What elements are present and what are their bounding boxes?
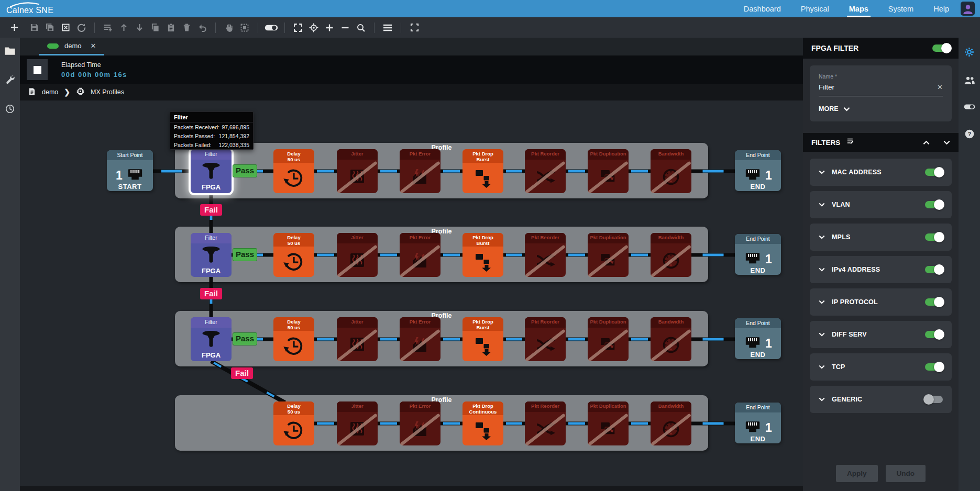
tab-close-icon[interactable]: ✕ [91, 42, 96, 50]
pkt-error-node[interactable]: Pkt Error [400, 233, 441, 277]
filter-item-toggle[interactable] [925, 363, 943, 371]
tools-wrench-icon[interactable] [5, 74, 15, 87]
bandwidth-node[interactable]: Bandwidth [651, 233, 691, 277]
save-as-icon[interactable] [42, 20, 58, 35]
pkt-reorder-node[interactable]: Pkt Reorder [525, 401, 566, 445]
name-input[interactable]: Filter [819, 83, 937, 91]
link-toggle-icon[interactable] [263, 20, 279, 35]
nav-maps[interactable]: Maps [849, 0, 868, 17]
clear-name-icon[interactable]: ✕ [937, 83, 943, 91]
move-up-icon[interactable] [116, 20, 131, 35]
jitter-node[interactable]: Jitter [337, 233, 378, 277]
copy-icon[interactable] [147, 20, 163, 35]
jitter-node[interactable]: Jitter [337, 149, 378, 193]
filter-item-mac-address[interactable]: MAC ADDRESS [810, 159, 952, 186]
end-point-node[interactable]: End Point1END [735, 234, 781, 275]
playlist-add-icon[interactable] [100, 20, 116, 35]
expand-all-icon[interactable] [943, 138, 950, 147]
pkt-reorder-node[interactable]: Pkt Reorder [525, 233, 566, 277]
pkt-drop-node[interactable]: Pkt DropBurst [463, 233, 503, 277]
delay-node[interactable]: Delay50 us [273, 317, 314, 361]
apply-button[interactable]: Apply [836, 465, 878, 482]
help-icon[interactable]: ? [964, 129, 975, 141]
pkt-drop-node[interactable]: Pkt DropBurst [463, 317, 503, 361]
settings-gear-icon[interactable] [964, 47, 975, 60]
filter-item-ip-protocol[interactable]: IP PROTOCOL [810, 288, 952, 316]
end-point-node[interactable]: End Point1END [735, 318, 781, 359]
breadcrumb-section[interactable]: MX Profiles [91, 88, 124, 96]
filter-item-toggle[interactable] [925, 201, 943, 208]
filter-item-toggle[interactable] [925, 396, 943, 403]
move-down-icon[interactable] [131, 20, 147, 35]
save-icon[interactable] [26, 20, 42, 35]
zoom-in-icon[interactable] [322, 20, 337, 35]
pkt-duplication-node[interactable]: Pkt Duplication [588, 233, 629, 277]
start-point-node[interactable]: Start Point1START [107, 150, 153, 191]
maps-folder-icon[interactable] [4, 46, 16, 58]
fpga-filter-toggle[interactable] [932, 44, 950, 52]
pkt-duplication-node[interactable]: Pkt Duplication [588, 149, 629, 193]
pkt-error-node[interactable]: Pkt Error [400, 401, 441, 445]
map-canvas[interactable]: ProfileStart Point1STARTEnd Point1ENDFil… [20, 101, 803, 486]
more-expander[interactable]: MORE [819, 105, 943, 113]
delay-node[interactable]: Delay50 us [273, 401, 314, 445]
filter-item-vlan[interactable]: VLAN [810, 191, 952, 218]
delay-node[interactable]: Delay50 us [273, 149, 314, 193]
pkt-duplication-node[interactable]: Pkt Duplication [588, 317, 629, 361]
undo-button[interactable]: Undo [886, 465, 926, 482]
pkt-error-node[interactable]: Pkt Error [400, 149, 441, 193]
nav-help[interactable]: Help [933, 0, 949, 17]
tab-demo[interactable]: demo ✕ [39, 38, 104, 55]
jitter-node[interactable]: Jitter [337, 317, 378, 361]
marquee-select-icon[interactable] [237, 20, 252, 35]
center-target-icon[interactable] [306, 20, 322, 35]
pkt-duplication-node[interactable]: Pkt Duplication [588, 401, 629, 445]
close-document-icon[interactable] [58, 20, 73, 35]
filter-fpga-node[interactable]: FilterFPGA [191, 233, 232, 277]
menu-icon[interactable] [380, 20, 395, 35]
name-field[interactable]: Filter ✕ [819, 80, 943, 96]
user-avatar-button[interactable] [961, 2, 975, 16]
undo-icon[interactable] [194, 20, 210, 35]
nav-dashboard[interactable]: Dashboard [744, 0, 781, 17]
nav-physical[interactable]: Physical [801, 0, 829, 17]
filter-item-mpls[interactable]: MPLS [810, 224, 952, 251]
stop-button[interactable] [27, 59, 48, 80]
bandwidth-node[interactable]: Bandwidth [651, 401, 691, 445]
filter-fpga-node[interactable]: FilterFPGA [191, 149, 232, 193]
users-icon[interactable] [964, 76, 975, 87]
pkt-error-node[interactable]: Pkt Error [400, 317, 441, 361]
filter-item-toggle[interactable] [925, 169, 943, 176]
collapse-all-icon[interactable] [923, 138, 930, 147]
pan-hand-icon[interactable] [221, 20, 237, 35]
end-point-node[interactable]: End Point1END [735, 150, 781, 191]
end-point-node[interactable]: End Point1END [735, 403, 781, 443]
filter-item-diff-serv[interactable]: DIFF SERV [810, 321, 952, 348]
filter-item-toggle[interactable] [925, 266, 943, 273]
refresh-icon[interactable] [73, 20, 89, 35]
pkt-drop-node[interactable]: Pkt DropBurst [463, 149, 503, 193]
edit-list-icon[interactable] [846, 138, 855, 148]
add-icon[interactable] [6, 20, 22, 35]
delete-icon[interactable] [179, 20, 194, 35]
zoom-reset-icon[interactable] [353, 20, 369, 35]
delay-node[interactable]: Delay50 us [273, 233, 314, 277]
pkt-reorder-node[interactable]: Pkt Reorder [525, 317, 566, 361]
zoom-out-icon[interactable] [337, 20, 353, 35]
filter-fpga-node[interactable]: FilterFPGA [191, 317, 232, 361]
bandwidth-node[interactable]: Bandwidth [651, 317, 691, 361]
nav-system[interactable]: System [888, 0, 913, 17]
filter-item-tcp[interactable]: TCP [810, 353, 952, 381]
history-clock-icon[interactable] [5, 104, 15, 116]
paste-icon[interactable] [163, 20, 179, 35]
pkt-reorder-node[interactable]: Pkt Reorder [525, 149, 566, 193]
filter-item-ipv4-address[interactable]: IPv4 ADDRESS [810, 256, 952, 283]
fullscreen-icon[interactable] [406, 20, 422, 35]
toggles-icon[interactable] [964, 103, 975, 113]
filter-item-toggle[interactable] [925, 298, 943, 306]
filter-item-toggle[interactable] [925, 233, 943, 241]
filter-item-generic[interactable]: GENERIC [810, 386, 952, 413]
pkt-drop-node[interactable]: Pkt DropContinuous [463, 401, 503, 445]
fit-view-icon[interactable] [290, 20, 306, 35]
jitter-node[interactable]: Jitter [337, 401, 378, 445]
